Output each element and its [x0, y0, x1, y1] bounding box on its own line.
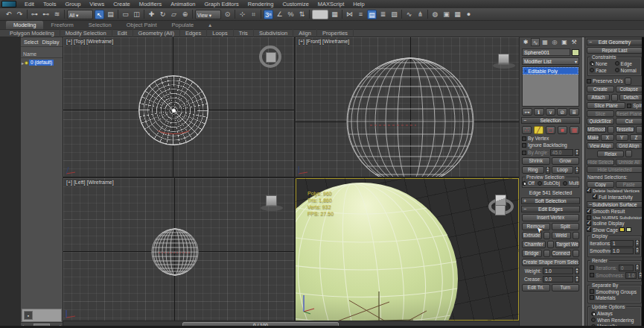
ribbon-panel[interactable]: Edges	[180, 29, 207, 37]
menu-item[interactable]: Graph Editors	[200, 0, 243, 8]
repeat-last-button[interactable]: Repeat Last	[587, 47, 643, 54]
relax-button[interactable]: Relax	[597, 151, 624, 157]
menu-item[interactable]: Rendering	[243, 0, 278, 8]
vertex-subobject-icon[interactable]: ∴	[522, 126, 532, 134]
viewport-top[interactable]: [+] [Top] [Wireframe]	[63, 37, 294, 177]
hide-unselected-button[interactable]: Hide Unselected	[587, 166, 643, 173]
snaps-toggle-icon[interactable]: 3ⁿ	[264, 10, 273, 19]
constraint-option[interactable]: Face	[590, 68, 615, 73]
spinner-arrows-icon[interactable]	[635, 240, 640, 247]
view-align-button[interactable]: View Align	[587, 142, 614, 149]
schematic-view-icon[interactable]: ⋔	[415, 10, 425, 19]
unhide-all-button[interactable]: Unhide All	[616, 159, 643, 165]
modifier-list-dropdown[interactable]: Modifier List	[522, 57, 579, 65]
explorer-mini-button[interactable]: ▪	[24, 311, 33, 320]
ribbon-panel[interactable]: Tris	[234, 29, 254, 37]
select-object-icon[interactable]: ↖	[95, 10, 104, 19]
spinner-snap-icon[interactable]: ⇅	[297, 10, 307, 19]
axis-z-button[interactable]: Z	[630, 134, 643, 141]
msmooth-button[interactable]: MSmooth	[587, 126, 606, 133]
attach-button[interactable]: Attach	[587, 94, 610, 101]
keyboard-shortcut-override-icon[interactable]: ⌗	[249, 10, 258, 19]
window-crossing-icon[interactable]: ◫	[132, 10, 141, 19]
crease-spinner[interactable]: 0.0	[543, 276, 573, 283]
ribbon-panel[interactable]: Subdivision	[254, 29, 293, 37]
paste-button[interactable]: Paste	[616, 181, 643, 188]
select-and-manipulate-icon[interactable]: ⊹	[237, 10, 247, 19]
rectangular-selection-region-icon[interactable]: ▭	[121, 10, 130, 19]
slice-button[interactable]: Slice	[587, 110, 614, 117]
display-smoothness-spinner[interactable]: 1.0	[610, 247, 634, 254]
loop-button[interactable]: Loop	[552, 166, 574, 174]
select-and-rotate-icon[interactable]: ↻	[158, 10, 168, 19]
ignore-backfacing-checkbox[interactable]	[522, 143, 526, 148]
edit-edges-rollout-header[interactable]: Edit Edges	[521, 206, 580, 212]
menu-item[interactable]: Views	[85, 0, 109, 8]
menu-item[interactable]: Modifiers	[135, 0, 166, 8]
utilities-tab-icon[interactable]: ⚒	[570, 38, 578, 46]
cut-button[interactable]: Cut	[616, 118, 643, 124]
modifier-stack-item[interactable]: ▪ Editable Poly	[523, 67, 578, 75]
align-icon[interactable]: ≡	[356, 10, 366, 19]
ribbon-tab[interactable]: Object Paint	[119, 21, 165, 29]
target-weld-button[interactable]: Target Weld	[555, 241, 579, 248]
materials-checkbox[interactable]	[590, 295, 594, 300]
ribbon-panel[interactable]: Edit	[112, 29, 133, 37]
constraint-option[interactable]: Edge	[615, 61, 640, 66]
percent-snap-icon[interactable]: %	[286, 10, 296, 19]
sphere-object-left-view[interactable]	[63, 178, 294, 321]
border-subobject-icon[interactable]: ▢	[546, 126, 555, 134]
select-and-scale-icon[interactable]: ▱	[169, 10, 179, 19]
ribbon-panel[interactable]: Properties	[317, 29, 354, 37]
smooth-result-checkbox[interactable]	[587, 209, 591, 214]
explorer-tab[interactable]: Display	[42, 40, 59, 45]
menu-item[interactable]: Edit	[20, 0, 39, 8]
viewcube[interactable]	[259, 45, 281, 68]
render-smoothness-checkbox[interactable]	[590, 273, 594, 277]
extrude-settings-icon[interactable]	[543, 232, 550, 239]
edit-geometry-rollout-header[interactable]: Edit Geometry	[587, 39, 643, 45]
menu-item[interactable]: Animation	[166, 0, 200, 8]
soft-selection-rollout-header[interactable]: Soft Selection	[521, 198, 580, 204]
hierarchy-tab-icon[interactable]: ▦	[541, 38, 549, 46]
edit-named-selection-sets-icon[interactable]: ▦	[330, 10, 339, 19]
spinner-arrows-icon[interactable]	[575, 149, 579, 156]
light-bulb-icon[interactable]	[25, 61, 28, 65]
unlink-selection-icon[interactable]: ⊷	[41, 10, 51, 19]
make-planar-button[interactable]: Make Planar	[587, 134, 599, 141]
curve-editor-icon[interactable]: ∿	[404, 10, 414, 19]
update-option[interactable]: When Rendering	[591, 318, 638, 323]
reference-coordinate-dropdown[interactable]: View ▾	[195, 10, 221, 19]
loop-spinner-icon[interactable]	[575, 167, 579, 174]
ribbon-toggle-icon[interactable]: ▧	[389, 10, 399, 19]
object-name-field[interactable]	[522, 48, 570, 56]
by-vertex-checkbox[interactable]	[522, 136, 526, 141]
preview-selection-option[interactable]: Multi	[563, 180, 579, 186]
selection-filter-dropdown[interactable]: All ▾	[67, 10, 93, 19]
split-button[interactable]: Split	[552, 223, 580, 230]
ribbon-tab[interactable]: Modeling	[6, 21, 43, 29]
display-iterations-spinner[interactable]: 1	[610, 240, 634, 247]
weight-spinner-arrows-icon[interactable]	[575, 268, 579, 274]
full-interactivity-checkbox[interactable]	[593, 195, 597, 199]
configure-modifier-sets-icon[interactable]: ≣	[569, 108, 579, 116]
preview-selection-option[interactable]: Off	[522, 180, 535, 186]
weld-button[interactable]: Weld	[552, 232, 572, 239]
viewport-top-label[interactable]: [+] [Top] [Wireframe]	[66, 39, 113, 44]
quickslice-button[interactable]: QuickSlice	[587, 118, 614, 124]
menu-item[interactable]: Customize	[278, 0, 313, 8]
update-option[interactable]: Always	[591, 311, 638, 316]
grid-align-button[interactable]: Grid Align	[616, 142, 643, 149]
pin-stack-icon[interactable]: ⊶	[522, 108, 532, 116]
render-iterations-spinner[interactable]: 0	[619, 265, 634, 271]
named-selection-set-field[interactable]	[312, 10, 328, 19]
create-button[interactable]: Create	[587, 86, 614, 92]
constraint-option[interactable]: Normal	[615, 68, 640, 73]
turn-button[interactable]: Turn	[552, 284, 580, 291]
ribbon-panel[interactable]: Geometry (All)	[133, 29, 180, 37]
ribbon-panel[interactable]: Align	[293, 29, 317, 37]
spinner-arrows-icon[interactable]	[635, 265, 640, 271]
spinner-arrows-icon[interactable]	[635, 247, 640, 254]
viewport-left[interactable]: [+] [Left] [Wireframe]	[63, 178, 294, 321]
select-and-link-icon[interactable]: ⊶	[30, 10, 39, 19]
